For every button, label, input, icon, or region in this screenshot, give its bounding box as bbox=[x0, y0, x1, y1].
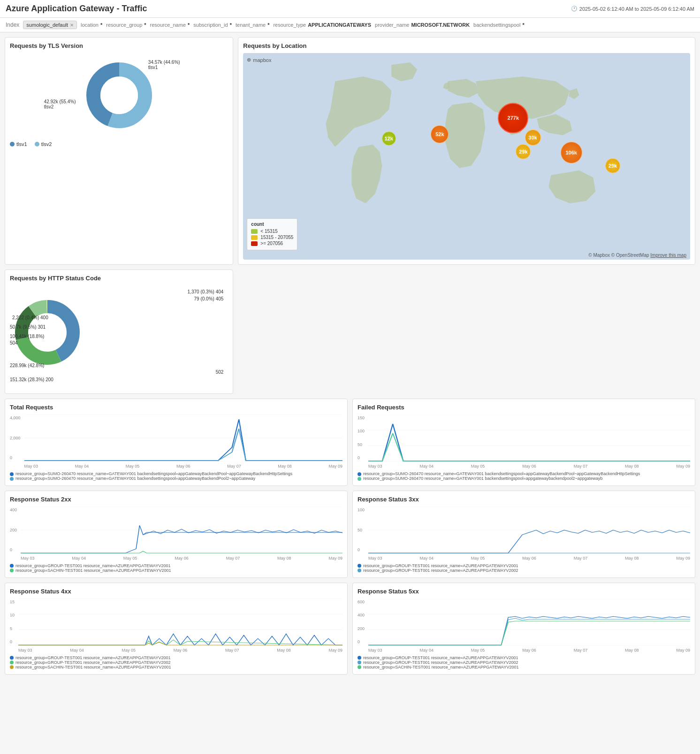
map-bubble-106k: 106k bbox=[561, 142, 582, 163]
map-legend-mid: 15315 - 207055 bbox=[251, 235, 293, 240]
status-2xx-chart bbox=[21, 507, 342, 554]
map-bubble-12k: 12k bbox=[382, 131, 396, 146]
map-panel: Requests by Location bbox=[238, 37, 695, 265]
http-status-donut bbox=[10, 295, 85, 370]
status-2xx-panel: Response Status 2xx 400 200 0 bbox=[5, 491, 348, 578]
map-legend: count < 15315 15315 - 207055 >= 207056 bbox=[247, 218, 297, 250]
map-bubble-277k: 277k bbox=[498, 103, 528, 133]
world-map-svg bbox=[243, 53, 690, 260]
status-5xx-title: Response Status 5xx bbox=[358, 588, 690, 595]
tls-legend-tlsv1: tlsv1 bbox=[10, 141, 27, 147]
tls-legend-tlsv2: tlsv2 bbox=[35, 141, 52, 147]
map-bubble-29k-left: 29k bbox=[516, 144, 531, 159]
y-axis-3xx: 100 50 0 bbox=[358, 507, 366, 562]
total-requests-legend: resource_group=SUMO-260470 resource_name… bbox=[10, 471, 342, 481]
status-4xx-legend: resource_group=GROUP-TEST001 resource_na… bbox=[10, 655, 342, 669]
x-axis-failed: May 03 May 04 May 05 May 06 May 07 May 0… bbox=[368, 463, 690, 469]
page-header: Azure Application Gateway - Traffic 🕐 20… bbox=[0, 0, 700, 18]
index-filter-tag[interactable]: sumologic_default ✕ bbox=[23, 21, 77, 29]
provider-filter: provider_name MICROSOFT.NETWORK bbox=[375, 22, 470, 28]
tls-legend: tlsv1 tlsv2 bbox=[10, 141, 228, 147]
map-container: 277k 52k 30k 29k 106k 12k 29k ⊕ mapbox bbox=[243, 53, 690, 260]
filter-bar: Index sumologic_default ✕ location * res… bbox=[0, 18, 700, 32]
http-status-title: Requests by HTTP Status Code bbox=[10, 275, 228, 282]
y-axis-failed: 150 100 50 0 bbox=[358, 415, 366, 469]
time-range: 🕐 2025-05-02 6:12:40 AM to 2025-05-09 6:… bbox=[571, 6, 694, 12]
status-4xx-title: Response Status 4xx bbox=[10, 588, 342, 595]
total-requests-chart bbox=[24, 415, 342, 462]
map-legend-high: >= 207056 bbox=[251, 241, 293, 246]
failed-requests-legend: resource_group=SUMO-260470 resource_name… bbox=[358, 471, 690, 481]
page-title: Azure Application Gateway - Traffic bbox=[6, 4, 147, 14]
failed-requests-panel: Failed Requests 150 100 50 0 bbox=[352, 399, 695, 486]
tls-panel: Requests by TLS Version 34.57k (44.6%)tl… bbox=[5, 37, 233, 265]
status-3xx-title: Response Status 3xx bbox=[358, 496, 690, 503]
status-4xx-panel: Response Status 4xx 15 10 5 0 bbox=[5, 583, 348, 675]
total-requests-title: Total Requests bbox=[10, 404, 342, 411]
failed-requests-chart bbox=[368, 415, 690, 462]
x-axis-total: May 03 May 04 May 05 May 06 May 07 May 0… bbox=[24, 463, 342, 469]
status-5xx-chart bbox=[368, 599, 690, 646]
status-5xx-panel: Response Status 5xx 600 400 200 0 bbox=[352, 583, 695, 675]
status-3xx-panel: Response Status 3xx 100 50 0 bbox=[352, 491, 695, 578]
y-axis-2xx: 400 200 0 bbox=[10, 507, 19, 562]
status-3xx-chart bbox=[368, 507, 690, 554]
tenant-filter: tenant_name * bbox=[236, 22, 270, 28]
map-panel-title: Requests by Location bbox=[243, 42, 690, 49]
status-3xx-legend: resource_group=GROUP-TEST001 resource_na… bbox=[358, 563, 690, 573]
resource-name-filter: resource_name * bbox=[150, 22, 190, 28]
tls-panel-title: Requests by TLS Version bbox=[10, 42, 228, 49]
status-4xx-chart bbox=[18, 599, 342, 646]
location-filter: location * bbox=[81, 22, 102, 28]
total-requests-panel: Total Requests 4,000 2,000 0 bbox=[5, 399, 348, 486]
backend-filter: backendsettingspool * bbox=[473, 22, 525, 28]
remove-index-filter[interactable]: ✕ bbox=[70, 23, 74, 28]
resource-type-filter: resource_type APPLICATIONGATEWAYS bbox=[273, 22, 371, 28]
tls-donut-chart bbox=[82, 58, 157, 133]
y-axis-total: 4,000 2,000 0 bbox=[10, 415, 23, 469]
map-bubble-30k: 30k bbox=[525, 130, 541, 146]
mapbox-logo: ⊕ mapbox bbox=[247, 57, 271, 63]
http-status-panel: Requests by HTTP Status Code bbox=[5, 269, 233, 394]
failed-requests-title: Failed Requests bbox=[358, 404, 690, 411]
y-axis-5xx: 600 400 200 0 bbox=[358, 599, 366, 654]
map-attribution: © Mapbox © OpenStreetMap Improve this ma… bbox=[588, 253, 686, 258]
resource-group-filter: resource_group * bbox=[106, 22, 146, 28]
subscription-filter: subscription_id * bbox=[193, 22, 232, 28]
y-axis-4xx: 15 10 5 0 bbox=[10, 599, 16, 654]
status-5xx-legend: resource_group=GROUP-TEST001 resource_na… bbox=[358, 655, 690, 669]
svg-point-2 bbox=[100, 77, 138, 114]
svg-point-10 bbox=[30, 315, 65, 350]
map-legend-low: < 15315 bbox=[251, 229, 293, 234]
status-2xx-legend: resource_group=GROUP-TEST001 resource_na… bbox=[10, 563, 342, 573]
clock-icon: 🕐 bbox=[571, 6, 578, 12]
status-2xx-title: Response Status 2xx bbox=[10, 496, 342, 503]
